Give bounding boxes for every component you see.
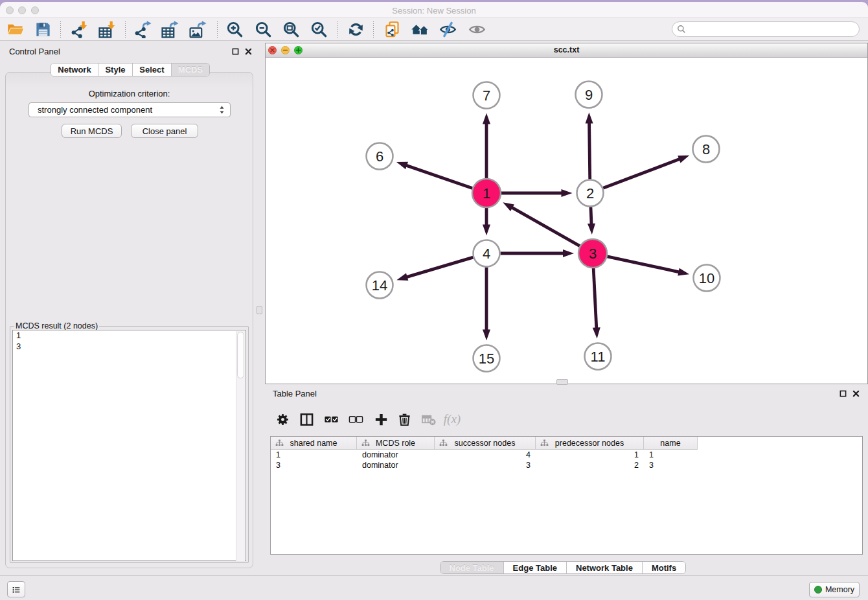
control-tab-mcds[interactable]: MCDS — [172, 63, 209, 76]
network-window-titlebar[interactable]: scc.txt — [266, 43, 867, 58]
column-header-name[interactable]: name — [644, 437, 698, 450]
export-network-button[interactable] — [131, 19, 154, 39]
plus-icon — [374, 412, 389, 427]
zoom-out-button[interactable] — [251, 19, 275, 39]
save-session-button[interactable] — [31, 19, 54, 39]
search-input[interactable] — [686, 23, 854, 36]
refresh-view-button[interactable] — [344, 19, 367, 39]
zoom-in-button[interactable] — [223, 19, 246, 39]
float-panel-icon[interactable] — [232, 48, 239, 55]
graph-edge-arrow-1-6 — [396, 162, 408, 169]
import-network-button[interactable] — [67, 19, 91, 39]
export-img-icon — [189, 21, 207, 38]
mcds-result-list[interactable]: 13 — [12, 330, 246, 561]
close-table-panel-icon[interactable] — [852, 390, 860, 397]
export-table-icon — [161, 21, 179, 38]
reset-layout-button[interactable] — [408, 19, 431, 39]
svg-text:1: 1 — [483, 185, 490, 202]
table-cell[interactable]: dominator — [357, 460, 435, 470]
status-bar: Memory — [0, 575, 868, 600]
table-cell[interactable]: 3 — [435, 460, 536, 470]
graph-edge-2-8[interactable] — [603, 159, 680, 188]
memory-button[interactable]: Memory — [809, 582, 860, 597]
table-cell[interactable]: 3 — [644, 460, 698, 470]
graph-node-8[interactable]: 8 — [693, 136, 720, 163]
graph-node-14[interactable]: 14 — [367, 272, 393, 299]
create-column-button[interactable] — [370, 408, 392, 430]
table-cell[interactable]: dominator — [357, 450, 435, 460]
graph-node-3[interactable]: 3 — [578, 239, 607, 268]
graph-edge-1-6[interactable] — [405, 165, 472, 189]
graph-edge-2-9[interactable] — [589, 122, 590, 179]
graph-node-7[interactable]: 7 — [474, 82, 500, 109]
column-header-MCDS-role[interactable]: MCDS role — [357, 437, 435, 450]
delete-column-button[interactable] — [393, 408, 415, 430]
show-columns-button[interactable] — [295, 408, 317, 430]
graph-edge-3-1[interactable] — [511, 207, 580, 246]
graph-node-10[interactable]: 10 — [694, 265, 720, 292]
table-tab-network-table[interactable]: Network Table — [567, 562, 643, 573]
result-scrollbar-thumb[interactable] — [237, 332, 244, 378]
show-all-button[interactable] — [465, 19, 488, 39]
table-tab-edge-table[interactable]: Edge Table — [504, 562, 567, 573]
graph-node-9[interactable]: 9 — [576, 82, 602, 108]
svg-text:14: 14 — [372, 277, 387, 294]
float-table-panel-icon[interactable] — [839, 390, 847, 397]
eye-slash-icon — [439, 21, 457, 38]
graph-node-2[interactable]: 2 — [577, 180, 604, 207]
function-builder-button[interactable]: f(x) — [441, 408, 463, 430]
vertical-divider-grip[interactable] — [257, 306, 262, 314]
graph-node-4[interactable]: 4 — [474, 240, 500, 267]
horizontal-divider-grip[interactable] — [556, 379, 568, 385]
table-cell[interactable]: 3 — [271, 460, 357, 470]
result-scrollbar[interactable] — [236, 331, 245, 561]
column-header-successor-nodes[interactable]: successor nodes — [435, 437, 536, 450]
svg-text:11: 11 — [591, 349, 606, 365]
select-all-columns-button[interactable] — [320, 408, 342, 430]
zoom-fit-button[interactable] — [279, 19, 303, 39]
table-settings-button[interactable] — [271, 408, 293, 430]
control-tab-select[interactable]: Select — [133, 63, 172, 76]
zoom-selected-button[interactable] — [307, 19, 330, 39]
unselect-all-columns-button[interactable] — [345, 408, 367, 430]
graph-edge-4-14[interactable] — [406, 257, 474, 277]
graph-edge-arrow-4-14 — [396, 273, 408, 281]
graph-edge-2-3[interactable] — [591, 207, 591, 225]
table-cell[interactable]: 1 — [271, 450, 357, 460]
table-cell[interactable]: 1 — [644, 450, 698, 460]
clone-network-button[interactable] — [380, 19, 404, 39]
graph-node-6[interactable]: 6 — [367, 143, 393, 170]
graph-edge-3-11[interactable] — [593, 268, 597, 329]
task-history-button[interactable] — [7, 581, 25, 597]
table-panel-tabs: Node TableEdge TableNetwork TableMotifs — [440, 561, 687, 574]
network-graph-canvas[interactable]: 1234678910111415 — [266, 58, 867, 384]
graph-node-1[interactable]: 1 — [472, 179, 501, 207]
column-header-shared-name[interactable]: shared name — [271, 437, 357, 450]
hide-selected-button[interactable] — [436, 19, 459, 39]
column-header-predecessor-nodes[interactable]: predecessor nodes — [536, 437, 644, 450]
svg-text:4: 4 — [483, 246, 490, 262]
run-mcds-button[interactable]: Run MCDS — [62, 124, 122, 138]
control-tab-network[interactable]: Network — [51, 63, 98, 76]
table-cell[interactable]: 1 — [536, 450, 644, 460]
table-cell[interactable]: 2 — [536, 460, 644, 470]
criterion-select[interactable]: strongly connected component — [29, 102, 231, 117]
export-table-button[interactable] — [158, 19, 181, 39]
table-tab-node-table[interactable]: Node Table — [440, 562, 504, 573]
table-tab-motifs[interactable]: Motifs — [643, 562, 685, 573]
graph-node-15[interactable]: 15 — [474, 345, 500, 372]
table-row[interactable]: 1dominator411 — [271, 450, 862, 460]
export-image-button[interactable] — [186, 19, 209, 39]
control-tab-style[interactable]: Style — [98, 63, 133, 76]
eye-icon — [468, 21, 486, 38]
table-row[interactable]: 3dominator323 — [271, 460, 862, 470]
folder-icon — [6, 21, 24, 38]
close-panel-button[interactable]: Close panel — [131, 124, 198, 138]
delete-table-button[interactable] — [417, 408, 439, 430]
close-panel-icon[interactable] — [245, 48, 252, 55]
table-cell[interactable]: 4 — [435, 450, 536, 460]
graph-edge-3-10[interactable] — [607, 257, 680, 272]
open-session-button[interactable] — [3, 19, 27, 39]
graph-node-11[interactable]: 11 — [585, 343, 611, 370]
import-table-button[interactable] — [95, 19, 119, 39]
